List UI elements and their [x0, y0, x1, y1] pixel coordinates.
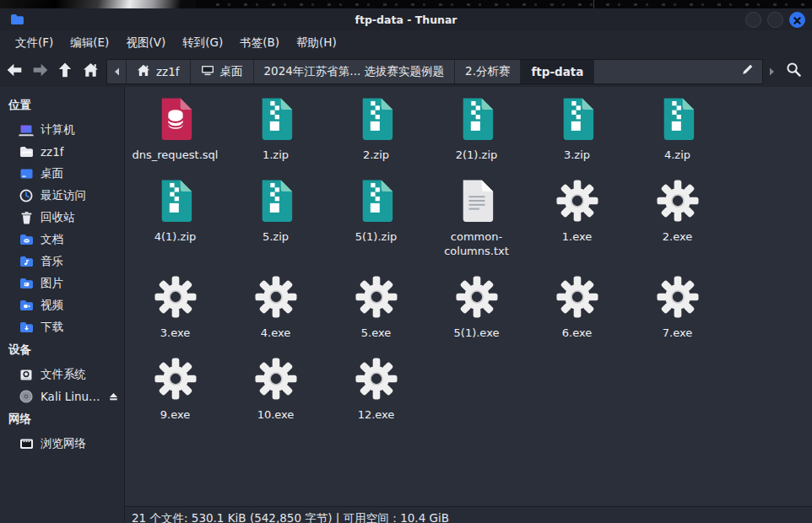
forward-button[interactable] [27, 59, 52, 84]
breadcrumb-label: 2.分析赛 [465, 64, 510, 79]
file-item[interactable]: 4.exe [225, 275, 326, 340]
sidebar-item-music[interactable]: 音乐 [0, 251, 124, 272]
sidebar-item-kali-cdrom[interactable]: Kali Linux... [0, 386, 124, 407]
back-button[interactable] [2, 59, 27, 84]
search-button[interactable] [780, 59, 807, 84]
file-item[interactable]: 5.exe [326, 275, 426, 340]
sidebar-item-computer[interactable]: 计算机 [0, 119, 124, 141]
file-item[interactable]: 2.exe [627, 179, 728, 258]
titlebar[interactable]: ftp-data - Thunar [0, 8, 812, 30]
sidebar-item-browse-network[interactable]: 浏览网络 [0, 433, 124, 455]
file-name: 2.zip [363, 148, 389, 162]
file-name: 3.exe [160, 326, 190, 340]
exe-file-icon [255, 357, 297, 401]
up-button[interactable] [52, 59, 78, 84]
sidebar-item-videos[interactable]: 视频 [0, 294, 124, 316]
file-item[interactable]: 4.zip [627, 97, 728, 162]
edit-path-pencil-icon [741, 63, 754, 79]
file-item[interactable]: 3.zip [527, 97, 627, 162]
desktop-icon [201, 64, 214, 78]
videos-folder-icon [19, 299, 34, 312]
breadcrumb-analysis[interactable]: 2.分析赛 [455, 60, 521, 84]
breadcrumb-ftp-data-current[interactable]: ftp-data [521, 60, 594, 84]
file-item[interactable]: 1.exe [527, 179, 627, 258]
desktop-folder-icon [19, 167, 34, 181]
exe-file-icon [657, 179, 699, 223]
desktop-background-strip [0, 0, 812, 8]
file-item[interactable]: 6.exe [527, 275, 627, 340]
breadcrumb-contest-folder[interactable]: 2024年江苏省第... 选拔赛实题例题 [254, 60, 456, 84]
sidebar-item-documents[interactable]: 文档 [0, 229, 124, 251]
sidebar-item-filesystem[interactable]: 文件系统 [0, 364, 124, 386]
sidebar-item-label: 最近访问 [41, 188, 86, 203]
path-scroll-left-button[interactable] [107, 60, 127, 84]
sidebar-item-label: 计算机 [41, 122, 75, 137]
file-item[interactable]: 10.exe [225, 357, 326, 422]
file-name: common-columns.txt [430, 229, 523, 258]
search-icon [786, 62, 802, 81]
downloads-folder-icon [19, 321, 34, 334]
path-edit-area[interactable] [594, 60, 762, 84]
file-item[interactable]: 5(1).exe [426, 275, 527, 340]
breadcrumb-zz1f[interactable]: zz1f [127, 60, 191, 84]
file-item[interactable]: common-columns.txt [426, 179, 527, 258]
breadcrumb-label: ftp-data [531, 65, 583, 78]
sidebar-item-downloads[interactable]: 下载 [0, 316, 124, 338]
sidebar-item-label: 音乐 [41, 254, 63, 269]
sidebar-item-recent[interactable]: 最近访问 [0, 185, 124, 207]
documents-folder-icon [19, 233, 34, 246]
menu-bookmarks[interactable]: 书签(B) [231, 32, 288, 54]
sidebar-item-label: zz1f [41, 145, 64, 159]
back-icon [6, 62, 24, 81]
exe-file-icon [154, 275, 197, 319]
menu-view[interactable]: 视图(V) [117, 32, 174, 54]
file-item[interactable]: 4(1).zip [125, 179, 225, 258]
forward-icon [31, 62, 49, 81]
menu-go[interactable]: 转到(G) [174, 32, 231, 54]
file-item[interactable]: 5(1).zip [326, 179, 426, 258]
sidebar-item-trash[interactable]: 回收站 [0, 207, 124, 229]
harddisk-icon [19, 368, 34, 381]
menu-edit[interactable]: 编辑(E) [62, 32, 117, 54]
file-name: 9.exe [160, 407, 190, 422]
sidebar-item-label: 文档 [41, 232, 63, 247]
file-name: 6.exe [562, 326, 592, 340]
close-button[interactable] [789, 12, 805, 28]
file-item[interactable]: 5.zip [225, 179, 326, 258]
file-item[interactable]: 12.exe [326, 357, 426, 422]
breadcrumb-desktop[interactable]: 桌面 [191, 60, 254, 84]
file-name: 3.zip [564, 148, 590, 162]
clock-icon [19, 189, 34, 202]
menu-help[interactable]: 帮助(H) [288, 32, 345, 54]
file-item[interactable]: 3.exe [125, 275, 225, 340]
background-wallpaper-fragment [0, 0, 196, 8]
folder-icon [19, 145, 34, 159]
maximize-button[interactable] [767, 12, 783, 28]
sidebar-item-desktop[interactable]: 桌面 [0, 163, 124, 185]
file-view[interactable]: dns_request.sql1.zip2.zip2(1).zip3.zip4.… [125, 87, 812, 523]
file-name: 4.zip [664, 148, 690, 162]
file-item[interactable]: 1.zip [225, 97, 326, 162]
file-item[interactable]: 9.exe [125, 357, 225, 422]
exe-file-icon [154, 357, 197, 401]
menu-file[interactable]: 文件(F) [7, 32, 62, 54]
network-icon [19, 437, 34, 450]
file-item[interactable]: 2.zip [326, 97, 426, 162]
exe-file-icon [255, 275, 297, 319]
status-text: 21 个文件: 530.1 KiB (542,850 字节) | 可用空间：10… [132, 511, 449, 523]
home-button[interactable] [78, 59, 103, 84]
minimize-button[interactable] [745, 12, 761, 28]
path-scroll-right-button[interactable] [764, 59, 779, 84]
sidebar-item-home[interactable]: zz1f [0, 141, 124, 163]
file-item[interactable]: 2(1).zip [426, 97, 527, 162]
sidebar: 位置 计算机 zz1f 桌面 最近访问 回收站 [0, 87, 125, 523]
file-item[interactable]: 7.exe [627, 275, 728, 340]
eject-icon[interactable] [108, 391, 119, 402]
file-name: 1.exe [562, 229, 592, 244]
zip-file-icon [257, 179, 295, 223]
file-name: dns_request.sql [133, 148, 219, 162]
sidebar-item-pictures[interactable]: 图片 [0, 272, 124, 294]
file-name: 12.exe [358, 407, 395, 422]
file-item[interactable]: dns_request.sql [125, 97, 225, 162]
txt-file-icon [457, 179, 496, 223]
